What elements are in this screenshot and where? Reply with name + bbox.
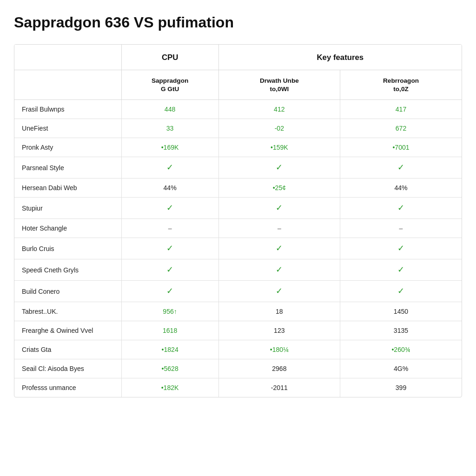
col3-cell: ✓ xyxy=(340,198,462,219)
table-row: Hersean Dabi Web44%•25¢44% xyxy=(14,178,462,198)
feature-cell: UneFiest xyxy=(14,119,121,138)
group-header-row: CPU Key features xyxy=(14,45,462,70)
col2-cell: ✓ xyxy=(218,198,340,219)
col2-cell: ✓ xyxy=(218,238,340,259)
col1-cell: ✓ xyxy=(121,238,218,259)
table-row: Criats Gta•1824•180¼•260¾ xyxy=(14,340,462,359)
col2-cell: 18 xyxy=(218,302,340,321)
col3-cell: ✓ xyxy=(340,259,462,281)
feature-cell: Frasil Bulwnps xyxy=(14,100,121,119)
cpu-group-header: CPU xyxy=(121,45,218,70)
table-body: Frasil Bulwnps448412417UneFiest33-02672P… xyxy=(14,100,462,397)
feature-cell: Tabrest..UK. xyxy=(14,302,121,321)
feature-cell: Hersean Dabi Web xyxy=(14,178,121,198)
col2-cell: 123 xyxy=(218,321,340,340)
col3-cell: 672 xyxy=(340,119,462,138)
col2-cell: -02 xyxy=(218,119,340,138)
col2-cell: -2011 xyxy=(218,378,340,397)
table-row: Hoter Schangle––– xyxy=(14,219,462,238)
col1-cell: ✓ xyxy=(121,259,218,281)
col2-cell: ✓ xyxy=(218,157,340,178)
col1-cell: 1618 xyxy=(121,321,218,340)
table-row: Seail Cl: Aisoda Byes•562829684G% xyxy=(14,359,462,378)
col3-cell: ✓ xyxy=(340,281,462,302)
col1-cell: 448 xyxy=(121,100,218,119)
table-row: Frearghe & Owined Vvel16181233135 xyxy=(14,321,462,340)
table-row: Speedi Cneth Gryls✓✓✓ xyxy=(14,259,462,281)
col2-cell: •180¼ xyxy=(218,340,340,359)
table-row: Professs unmance•182K-2011399 xyxy=(14,378,462,397)
col1-cell: ✓ xyxy=(121,281,218,302)
col3-cell: 4G% xyxy=(340,359,462,378)
key-features-group-header: Key features xyxy=(218,45,462,70)
feature-cell: Speedi Cneth Gryls xyxy=(14,259,121,281)
table-row: Tabrest..UK.956↑181450 xyxy=(14,302,462,321)
col1-cell: ✓ xyxy=(121,198,218,219)
col1-cell: •1824 xyxy=(121,340,218,359)
col3-cell: ✓ xyxy=(340,238,462,259)
col2-sub-header: Drwath Unbeto,0WI xyxy=(218,70,340,100)
table-row: UneFiest33-02672 xyxy=(14,119,462,138)
col3-cell: •260¾ xyxy=(340,340,462,359)
col1-cell: •169K xyxy=(121,138,218,157)
table-row: Parsneal Style✓✓✓ xyxy=(14,157,462,178)
empty-group-header xyxy=(14,45,121,70)
table-row: Stupiur✓✓✓ xyxy=(14,198,462,219)
feature-cell: Criats Gta xyxy=(14,340,121,359)
table-row: Build Conero✓✓✓ xyxy=(14,281,462,302)
feature-cell: Parsneal Style xyxy=(14,157,121,178)
sub-header-row: SappradgonG GtU Drwath Unbeto,0WI Rebrro… xyxy=(14,70,462,100)
col3-sub-header: Rebrroagonto,0Z xyxy=(340,70,462,100)
col2-cell: ✓ xyxy=(218,259,340,281)
comparison-table-wrapper: CPU Key features SappradgonG GtU Drwath … xyxy=(14,44,462,397)
comparison-table: CPU Key features SappradgonG GtU Drwath … xyxy=(14,45,462,397)
col2-cell: •25¢ xyxy=(218,178,340,198)
feature-cell: Stupiur xyxy=(14,198,121,219)
col3-cell: 44% xyxy=(340,178,462,198)
page-title: Sappradgon 636 VS pufimation xyxy=(14,14,462,31)
col1-cell: 956↑ xyxy=(121,302,218,321)
feature-cell: Burlo Cruis xyxy=(14,238,121,259)
feature-cell: Seail Cl: Aisoda Byes xyxy=(14,359,121,378)
col3-cell: 417 xyxy=(340,100,462,119)
col3-cell: – xyxy=(340,219,462,238)
feature-sub-header xyxy=(14,70,121,100)
col1-cell: 33 xyxy=(121,119,218,138)
col2-cell: 2968 xyxy=(218,359,340,378)
col1-sub-header: SappradgonG GtU xyxy=(121,70,218,100)
table-row: Pronk Asty•169K•159K•7001 xyxy=(14,138,462,157)
col3-cell: •7001 xyxy=(340,138,462,157)
feature-cell: Pronk Asty xyxy=(14,138,121,157)
feature-cell: Professs unmance xyxy=(14,378,121,397)
col2-cell: ✓ xyxy=(218,281,340,302)
col1-cell: •182K xyxy=(121,378,218,397)
col2-cell: – xyxy=(218,219,340,238)
feature-cell: Frearghe & Owined Vvel xyxy=(14,321,121,340)
col3-cell: 399 xyxy=(340,378,462,397)
feature-cell: Build Conero xyxy=(14,281,121,302)
col1-cell: ✓ xyxy=(121,157,218,178)
col1-cell: – xyxy=(121,219,218,238)
col2-cell: 412 xyxy=(218,100,340,119)
col3-cell: 3135 xyxy=(340,321,462,340)
col1-cell: 44% xyxy=(121,178,218,198)
col1-cell: •5628 xyxy=(121,359,218,378)
col3-cell: ✓ xyxy=(340,157,462,178)
table-row: Frasil Bulwnps448412417 xyxy=(14,100,462,119)
feature-cell: Hoter Schangle xyxy=(14,219,121,238)
col3-cell: 1450 xyxy=(340,302,462,321)
col2-cell: •159K xyxy=(218,138,340,157)
table-row: Burlo Cruis✓✓✓ xyxy=(14,238,462,259)
